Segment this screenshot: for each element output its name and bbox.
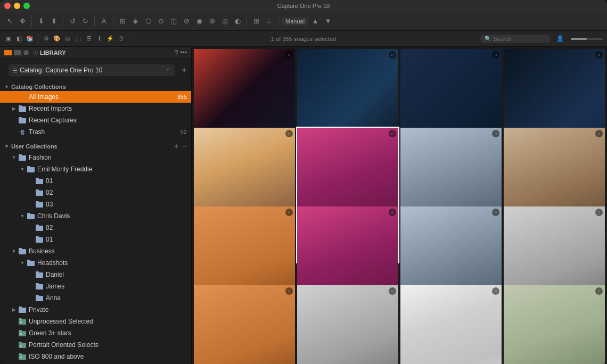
expand-recent-imports[interactable] [11, 105, 17, 112]
sidebar-item-folder-01a[interactable]: 01 [0, 175, 191, 187]
tool8[interactable]: ⊛ [207, 16, 217, 27]
tool7[interactable]: ◉ [194, 16, 204, 27]
import-icon[interactable]: ⬇ [36, 16, 46, 27]
grid-cell-15[interactable]: ○ [400, 285, 502, 364]
sidebar-item-all-images[interactable]: All Images 355 [0, 91, 191, 103]
user-icon[interactable]: 👤 [556, 35, 564, 43]
sidebar-menu[interactable]: ••• [180, 49, 187, 56]
grid-cell-16[interactable]: ○ [504, 285, 605, 364]
sidebar-item-iso-800[interactable]: ≡ ISO 800 and above [0, 351, 191, 362]
tool5[interactable]: ◫ [168, 16, 179, 27]
sidebar-item-green-3stars[interactable]: ≡ Green 3+ stars [0, 327, 191, 339]
list-view-icon[interactable]: ≡ [264, 16, 274, 27]
redo-icon[interactable]: ↻ [80, 16, 91, 27]
grid-cell-13[interactable]: ○ [194, 285, 295, 364]
crop-icon[interactable]: ⬚ [74, 35, 83, 43]
search-box[interactable]: 🔍 [480, 35, 551, 43]
sidebar-item-folder-01b[interactable]: 01 [0, 234, 191, 245]
tool3[interactable]: ⬡ [143, 16, 153, 27]
export-icon[interactable]: ⬆ [48, 16, 59, 27]
tool4[interactable]: ⊙ [155, 16, 166, 27]
sidebar-item-trash[interactable]: 🗑 Trash 52 [0, 126, 191, 138]
sidebar-item-headshots[interactable]: Headshots [0, 257, 191, 269]
select-badge-6[interactable]: ○ [389, 130, 396, 137]
color-icon[interactable]: 🎨 [53, 35, 61, 43]
expand-portrait [11, 342, 17, 348]
sidebar-item-anna[interactable]: Anna [0, 292, 191, 304]
sidebar-item-fashion[interactable]: Fashion [0, 152, 191, 163]
sidebar-item-james[interactable]: James [0, 280, 191, 292]
library-icon[interactable]: 📚 [26, 35, 34, 43]
sidebar-item-folder-02b[interactable]: 02 [0, 222, 191, 234]
batch-icon[interactable]: ⚡ [106, 35, 114, 43]
text-icon[interactable]: A [99, 16, 109, 27]
image-grid[interactable]: ○○○○Look_6_0028.jpg★★★★★○Look_8_003B.jpg… [192, 47, 607, 364]
sidebar-item-folder-03[interactable]: 03 [0, 198, 191, 210]
select-badge-13[interactable]: ○ [285, 287, 293, 295]
select-badge-5[interactable]: ○ [285, 130, 293, 137]
tool2[interactable]: ◈ [130, 16, 141, 27]
sidebar-item-business[interactable]: Business [0, 245, 191, 257]
select-badge-4[interactable]: ○ [595, 51, 603, 59]
select-badge-8[interactable]: ○ [595, 130, 603, 137]
minimize-button[interactable] [14, 3, 20, 9]
select-badge-10[interactable]: ○ [389, 209, 396, 216]
sidebar-question[interactable]: ? [175, 49, 178, 56]
grid-cell-14[interactable]: ○ [297, 285, 398, 364]
add-catalog-button[interactable]: + [181, 65, 187, 75]
catalog-name: Catalog: Capture One Pro 10 [20, 67, 166, 74]
sort-up[interactable]: ▲ [310, 16, 321, 27]
sidebar-item-portrait-oriented[interactable]: ≡ Portrait Oriented Selects [0, 339, 191, 351]
select-badge-15[interactable]: ○ [492, 287, 499, 295]
section-user-collections[interactable]: ▼ User Collections + − [0, 140, 191, 152]
expand-emil[interactable] [19, 166, 26, 172]
remove-collection-button[interactable]: − [182, 142, 187, 151]
panel-icon[interactable]: ◧ [15, 35, 23, 43]
search-input[interactable] [493, 36, 546, 42]
sidebar-item-emil-monty-freddie[interactable]: Emil Monty Freddie [0, 163, 191, 175]
expand-fashion[interactable] [11, 154, 17, 161]
grid-view-icon[interactable]: ⊞ [251, 16, 261, 27]
expand-business[interactable] [11, 248, 17, 254]
tool1[interactable]: ⊞ [117, 16, 128, 27]
tool6[interactable]: ⊘ [181, 16, 192, 27]
sidebar-item-recent-imports[interactable]: Recent Imports [0, 103, 191, 114]
select-badge-3[interactable]: ○ [492, 51, 499, 59]
viewer-icon[interactable]: ▣ [4, 35, 13, 43]
sort-down[interactable]: ▼ [323, 16, 333, 27]
sidebar-item-private[interactable]: Private [0, 304, 191, 316]
view-mode-label[interactable]: Manual [282, 17, 308, 26]
history-icon[interactable]: ⏱ [117, 35, 125, 43]
select-badge-12[interactable]: ○ [595, 209, 603, 216]
select-badge-14[interactable]: ○ [389, 287, 396, 295]
select-badge-9[interactable]: ○ [285, 209, 293, 216]
expand-headshots[interactable] [19, 260, 26, 266]
sidebar-item-folder-02a[interactable]: 02 [0, 187, 191, 198]
sidebar-item-unprocessed-selected[interactable]: ≡ Unprocessed Selected [0, 316, 191, 327]
meta-icon[interactable]: ℹ [95, 35, 104, 43]
select-badge-2[interactable]: ○ [389, 51, 396, 59]
sidebar-item-daniel[interactable]: Daniel [0, 269, 191, 280]
sidebar-item-recent-captures[interactable]: Recent Captures [0, 114, 191, 126]
tool10[interactable]: ◐ [232, 16, 243, 27]
expand-private[interactable] [11, 307, 17, 313]
tool9[interactable]: ◎ [219, 16, 230, 27]
section-catalog-collections[interactable]: ▼ Catalog Collections [0, 81, 191, 91]
fullscreen-button[interactable] [23, 3, 30, 9]
close-button[interactable] [4, 3, 11, 9]
catalog-selector[interactable]: ☰ Catalog: Capture One Pro 10 ⌃ [9, 64, 175, 76]
select-badge-1[interactable]: ○ [285, 51, 293, 59]
filter-icon[interactable]: ☰ [85, 35, 93, 43]
select-badge-7[interactable]: ○ [492, 130, 499, 137]
adjust-icon[interactable]: ⚙ [42, 35, 51, 43]
expand-chris[interactable] [19, 213, 26, 219]
sidebar-item-chris-davis[interactable]: Chris Davis [0, 210, 191, 222]
select-badge-11[interactable]: ○ [492, 209, 499, 216]
cursor-tool[interactable]: ↖ [4, 16, 15, 27]
more-icon[interactable]: ⋯ [127, 35, 136, 43]
undo-icon[interactable]: ↺ [67, 16, 78, 27]
lens-icon[interactable]: ◎ [63, 35, 72, 43]
pan-tool[interactable]: ✥ [17, 16, 28, 27]
add-collection-button[interactable]: + [174, 142, 178, 151]
select-badge-16[interactable]: ○ [595, 287, 603, 295]
